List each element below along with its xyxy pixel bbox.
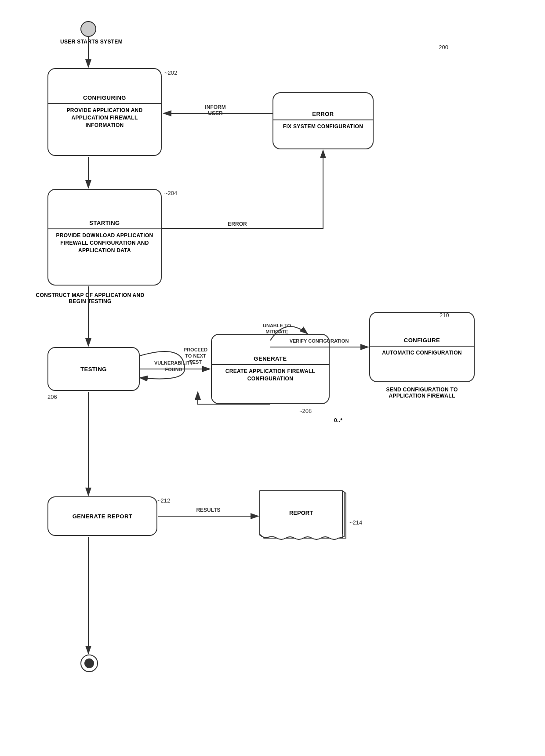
- generate-node: GENERATE CREATE APPLICATION FIREWALL CON…: [211, 334, 330, 404]
- end-circle-outer: [80, 655, 98, 672]
- ref-206: 206: [47, 394, 57, 400]
- svg-text:TEST: TEST: [189, 359, 202, 365]
- starting-body: PROVIDE DOWNLOAD APPLICATION FIREWALL CO…: [48, 229, 161, 257]
- user-starts-label: USER STARTS SYSTEM: [47, 39, 135, 45]
- testing-node: TESTING: [47, 347, 140, 391]
- report-label: REPORT: [287, 507, 316, 519]
- ref-214: ~214: [349, 519, 362, 526]
- ref-202: ~202: [164, 69, 177, 76]
- svg-text:TO NEXT: TO NEXT: [185, 353, 206, 358]
- ref-208: ~208: [299, 408, 312, 414]
- configure-title: CONFIGURE: [370, 335, 474, 347]
- svg-text:FOUND: FOUND: [165, 367, 182, 372]
- svg-text:PROCEED: PROCEED: [184, 347, 207, 352]
- ref-212: ~212: [157, 497, 170, 504]
- start-circle: [80, 21, 96, 37]
- generate-body: CREATE APPLICATION FIREWALL CONFIGURATIO…: [212, 365, 329, 385]
- svg-text:INFORM: INFORM: [205, 104, 225, 110]
- error-title: ERROR: [273, 109, 373, 120]
- starting-node: STARTING PROVIDE DOWNLOAD APPLICATION FI…: [47, 189, 162, 286]
- configure-node: CONFIGURE AUTOMATIC CONFIGURATION: [369, 312, 475, 382]
- svg-text:VULNERABILITY: VULNERABILITY: [154, 360, 193, 365]
- error-node: ERROR FIX SYSTEM CONFIGURATION: [272, 92, 374, 149]
- generate-report-label: GENERATE REPORT: [67, 509, 138, 524]
- generate-title: GENERATE: [212, 353, 329, 365]
- generate-report-node: GENERATE REPORT: [47, 496, 157, 536]
- svg-text:UNABLE TO: UNABLE TO: [263, 323, 291, 328]
- zero-star-label: 0..*: [334, 417, 342, 423]
- svg-text:ERROR: ERROR: [228, 221, 247, 227]
- testing-label: TESTING: [75, 362, 112, 377]
- report-stack: REPORT: [259, 490, 347, 538]
- ref-204: ~204: [164, 190, 177, 196]
- configuring-node: CONFIGURING PROVIDE APPLICATION AND APPL…: [47, 68, 162, 156]
- configuring-title: CONFIGURING: [48, 92, 161, 104]
- send-config-label: SEND CONFIGURATION TO APPLICATION FIREWA…: [369, 387, 475, 399]
- configure-body: AUTOMATIC CONFIGURATION: [378, 347, 465, 359]
- construct-map-label: CONSTRUCT MAP OF APPLICATION AND BEGIN T…: [35, 292, 145, 304]
- svg-text:USER: USER: [208, 110, 223, 116]
- ref-200: 200: [439, 44, 448, 51]
- end-circle-inner: [84, 658, 94, 668]
- svg-text:RESULTS: RESULTS: [196, 507, 220, 513]
- starting-title: STARTING: [48, 217, 161, 229]
- diagram-container: 200 USER STARTS SYSTEM CONFIGURING PROVI…: [0, 0, 545, 756]
- ref-210: 210: [440, 312, 449, 318]
- configuring-body: PROVIDE APPLICATION AND APPLICATION FIRE…: [48, 104, 161, 131]
- error-body: FIX SYSTEM CONFIGURATION: [280, 120, 367, 133]
